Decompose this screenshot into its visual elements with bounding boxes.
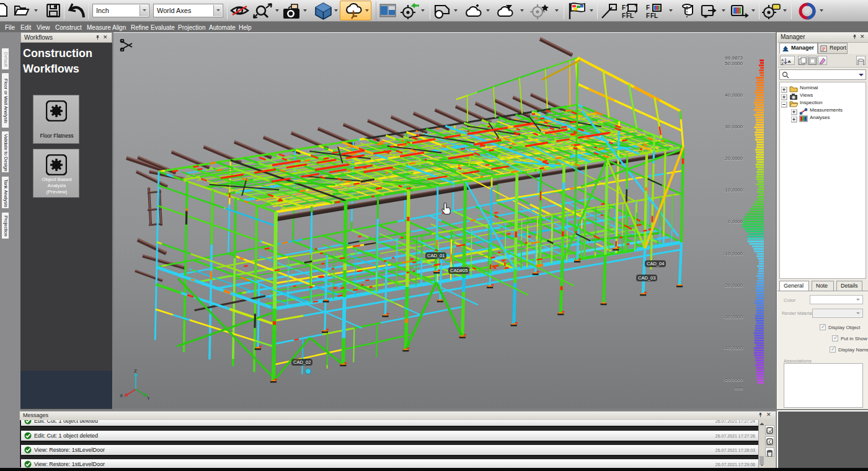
svg-text:Y: Y [147, 395, 149, 400]
svg-text:F: F [646, 4, 650, 11]
svg-text:Z: Z [134, 368, 137, 374]
svg-text:A: A [781, 58, 784, 62]
svg-text:F: F [622, 4, 626, 11]
svg-text:FL: FL [650, 12, 658, 19]
svg-text:FL: FL [626, 12, 634, 19]
svg-text:F: F [622, 12, 626, 19]
svg-text:X: X [120, 393, 123, 398]
svg-text:Z: Z [781, 62, 784, 65]
svg-text:F: F [646, 12, 650, 19]
